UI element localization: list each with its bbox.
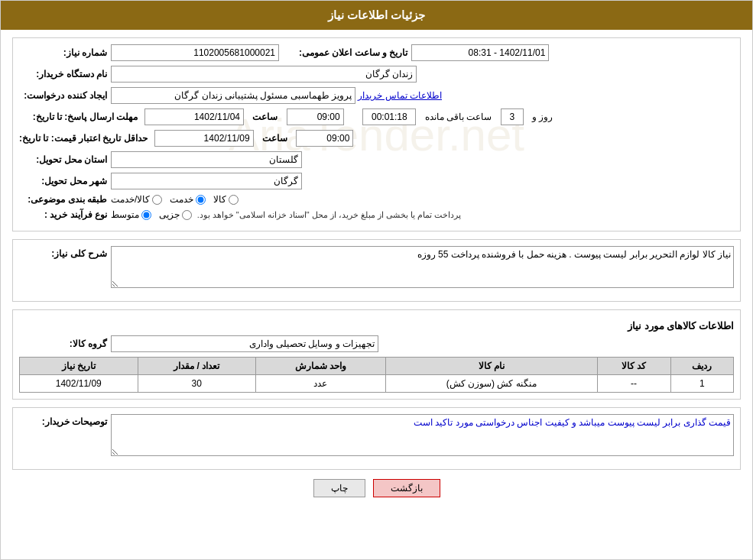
page-title: جزئیات اطلاعات نیاز xyxy=(328,8,425,21)
send-deadline-time-input[interactable] xyxy=(287,108,344,125)
remaining-time: 00:01:18 xyxy=(362,108,416,125)
process-type-radio-group: متوسط جزیی xyxy=(111,209,192,220)
col-qty: تعداد / مقدار xyxy=(138,358,255,375)
process-type-jozi[interactable]: جزیی xyxy=(159,209,192,220)
cell-name: منگنه کش (سوزن کش) xyxy=(385,375,597,393)
process-type-mottavset[interactable]: متوسط xyxy=(111,209,151,220)
announce-datetime-label: تاریخ و ساعت اعلان عمومی: xyxy=(289,47,411,58)
footer-buttons: بازگشت چاپ xyxy=(12,479,741,497)
goods-table: ردیف کد کالا نام کالا واحد شمارش تعداد /… xyxy=(19,357,734,393)
description-textarea[interactable] xyxy=(111,246,734,288)
process-note: پرداخت تمام یا بخشی از مبلغ خرید، از محل… xyxy=(197,210,462,220)
goods-info-title: اطلاعات کالاهای مورد نیاز xyxy=(19,320,734,332)
col-row: ردیف xyxy=(670,358,733,375)
table-row: 1--منگنه کش (سوزن کش)عدد301402/11/09 xyxy=(20,375,734,393)
col-unit: واحد شمارش xyxy=(255,358,385,375)
contact-link[interactable]: اطلاعات تماس خریدار xyxy=(358,90,442,101)
back-button[interactable]: بازگشت xyxy=(373,479,440,497)
process-type-label: نوع فرآیند خرید : xyxy=(19,209,111,220)
buyer-notes-textarea[interactable] xyxy=(111,414,734,456)
cell-row: 1 xyxy=(670,375,733,393)
buyer-notes-row: توصیحات خریدار: xyxy=(19,414,734,458)
col-name: نام کالا xyxy=(385,358,597,375)
remaining-label: ساعت باقی مانده xyxy=(425,112,492,122)
buyer-org-label: نام دستگاه خریدار: xyxy=(19,69,111,79)
price-validity-time-input[interactable] xyxy=(296,130,353,147)
send-deadline-time-label: ساعت xyxy=(252,112,278,122)
category-option-kala[interactable]: کالا xyxy=(213,194,239,205)
price-validity-time-label: ساعت xyxy=(262,133,287,144)
goods-group-label: گروه کالا: xyxy=(19,338,111,349)
cell-date: 1402/11/09 xyxy=(20,375,138,393)
col-date: تاریخ نیاز xyxy=(20,358,138,375)
announce-datetime-input[interactable] xyxy=(411,44,549,61)
goods-group-input[interactable] xyxy=(111,335,378,352)
cell-unit: عدد xyxy=(255,375,385,393)
category-option-khedmat[interactable]: خدمت xyxy=(170,194,206,205)
requester-label: ایجاد کننده درخواست: xyxy=(19,90,111,101)
page-header: جزئیات اطلاعات نیاز xyxy=(1,1,752,30)
buyer-notes-label: توصیحات خریدار: xyxy=(19,414,111,427)
city-label: شهر محل تحویل: xyxy=(19,176,111,186)
cell-qty: 30 xyxy=(138,375,255,393)
days-label: روز و xyxy=(532,112,553,122)
need-number-input[interactable] xyxy=(111,44,279,61)
price-validity-label: حداقل تاریخ اعتبار قیمت: تا تاریخ: xyxy=(19,133,151,144)
requester-input[interactable] xyxy=(111,87,355,104)
city-input[interactable] xyxy=(111,173,302,189)
province-input[interactable] xyxy=(111,151,302,168)
description-row: شرح کلی نیاز: xyxy=(19,246,734,290)
category-label: طبقه بندی موضوعی: xyxy=(19,194,111,205)
price-validity-date-input[interactable] xyxy=(154,130,254,147)
buyer-org-input[interactable] xyxy=(111,66,417,83)
category-option-kala-khedmat[interactable]: کالا/خدمت xyxy=(111,194,162,205)
need-number-label: شماره نیاز: xyxy=(19,47,111,58)
goods-group-row: گروه کالا: xyxy=(19,335,734,352)
col-code: کد کالا xyxy=(597,358,670,375)
province-label: استان محل تحویل: xyxy=(19,154,111,165)
print-button[interactable]: چاپ xyxy=(313,479,365,497)
send-deadline-date-input[interactable] xyxy=(144,108,244,125)
description-label: شرح کلی نیاز: xyxy=(19,246,111,259)
days-input[interactable] xyxy=(501,108,524,125)
category-radio-group: کالا/خدمت خدمت کالا xyxy=(111,194,239,205)
cell-code: -- xyxy=(597,375,670,393)
send-deadline-label: مهلت ارسال پاسخ: تا تاریخ: xyxy=(19,112,141,122)
